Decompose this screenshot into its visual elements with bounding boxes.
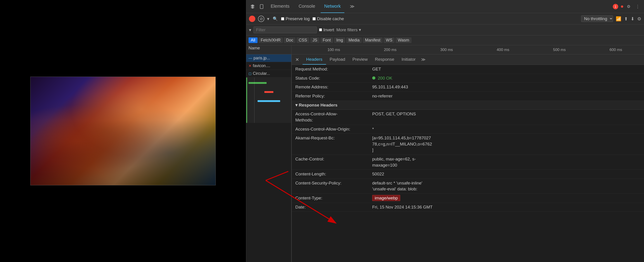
search-button[interactable]: 🔍 [272, 16, 278, 22]
time-300ms: 300 ms [440, 48, 453, 52]
file-icon-favicon: ✕ [248, 64, 252, 68]
headers-content: Request Method: GET Status Code: 200 OK … [292, 65, 644, 262]
more-tabs-button[interactable]: ≫ [419, 57, 427, 62]
record-button[interactable] [249, 16, 255, 22]
header-key-method: Request Method: [295, 66, 372, 72]
timeline-header: Name 100 ms 200 ms 300 ms 400 ms 500 ms … [246, 45, 644, 54]
filter-btn-media[interactable]: Media [346, 37, 362, 43]
header-value-access-allow-origin: * [372, 126, 640, 132]
timeline-bars [246, 77, 291, 123]
upload-icon[interactable]: ⬆ [624, 16, 628, 22]
wifi-icon[interactable]: 📶 [616, 16, 622, 22]
filter-btn-ws[interactable]: WS [384, 37, 394, 43]
headers-panel: ✕ Headers Payload Preview Response Initi… [292, 54, 644, 262]
list-item-circular[interactable]: ◻ Circular... [246, 70, 291, 77]
filter-type-row: All Fetch/XHR Doc CSS JS Font Img Media … [246, 35, 644, 45]
time-600ms: 600 ms [610, 48, 622, 52]
settings-icon[interactable]: ⚙ [625, 3, 632, 10]
header-row-remote-address: Remote Address: 95.101.114.49:443 [292, 83, 644, 92]
file-name-circular: Circular... [253, 71, 270, 76]
header-key-date: Date: [295, 204, 372, 210]
header-row-referrer-policy: Referrer Policy: no-referrer [292, 92, 644, 101]
filter-btn-js[interactable]: JS [310, 37, 320, 43]
devtools-panel: Elements Console Network ≫ 1 ⚙ ⋮ ⊘ ▾ 🔍 P… [246, 0, 644, 262]
header-row-cache-control: Cache-Control: public, max-age=62, s-max… [292, 155, 644, 170]
bar-paris [248, 82, 266, 84]
tab-response[interactable]: Response [371, 54, 398, 65]
error-badge: 1 [613, 4, 618, 9]
more-options-icon[interactable]: ⋮ [634, 3, 641, 10]
header-value-csp: default-src * 'unsafe-inline''unsafe-eva… [372, 180, 640, 192]
header-row-date: Date: Fri, 15 Nov 2024 14:15:36 GMT [292, 203, 644, 212]
list-item-paris[interactable]: — paris.jp... [246, 54, 291, 62]
filter-input[interactable] [254, 27, 317, 33]
network-toolbar: ⊘ ▾ 🔍 Preserve log Disable cache No thro… [246, 13, 644, 25]
disable-cache-checkbox[interactable] [312, 17, 316, 20]
clear-button[interactable]: ⊘ [258, 16, 264, 22]
filter-btn-css[interactable]: CSS [296, 37, 309, 43]
header-row-access-allow-methods: Access-Control-Allow-Methods: POST, GET,… [292, 110, 644, 125]
tab-initiator[interactable]: Initiator [398, 54, 419, 65]
filter-btn-font[interactable]: Font [320, 37, 333, 43]
header-key-access-allow-origin: Access-Control-Allow-Origin: [295, 126, 372, 132]
close-panel-button[interactable]: ✕ [293, 56, 301, 64]
header-row-csp: Content-Security-Policy: default-src * '… [292, 179, 644, 194]
tab-elements[interactable]: Elements [267, 0, 293, 13]
more-filters-button[interactable]: More filters ▾ [336, 27, 361, 32]
timeline-green-bar [246, 77, 247, 123]
header-value-date: Fri, 15 Nov 2024 14:15:36 GMT [372, 204, 640, 210]
tab-console[interactable]: Console [295, 0, 318, 13]
throttle-select[interactable]: No throttling Fast 3G Slow 3G [581, 16, 613, 22]
filter-btn-all[interactable]: All [248, 37, 258, 43]
preserve-log-label[interactable]: Preserve log [281, 16, 310, 21]
import-settings-icon[interactable]: ⚙ [637, 16, 641, 22]
device-toolbar-icon[interactable] [258, 3, 265, 10]
tab-network[interactable]: Network [321, 0, 344, 13]
time-400ms: 400 ms [497, 48, 510, 52]
header-key-cache-control: Cache-Control: [295, 156, 372, 162]
bar-favicon [264, 91, 274, 93]
response-headers-section: ▾ Response Headers [292, 101, 644, 110]
header-key-akamai-bc: Akamai-Request-Bc: [295, 135, 372, 141]
header-key-remote-address: Remote Address: [295, 84, 372, 90]
tab-more[interactable]: ≫ [346, 0, 358, 13]
content-type-highlighted: image/webp [372, 195, 400, 201]
header-value-content-length: 50022 [372, 171, 640, 177]
header-value-method: GET [372, 66, 640, 72]
tab-headers[interactable]: Headers [302, 54, 326, 65]
header-value-status: 200 OK [372, 75, 640, 81]
filter-btn-manifest[interactable]: Manifest [363, 37, 382, 43]
filter-btn-wasm[interactable]: Wasm [396, 37, 411, 43]
header-value-access-allow-methods: POST, GET, OPTIONS [372, 111, 640, 117]
filter-type-buttons: All Fetch/XHR Doc CSS JS Font Img Media … [248, 37, 412, 43]
content-area: — paris.jp... ✕ favicon.... ◻ Circular..… [246, 54, 644, 262]
headers-tabs: ✕ Headers Payload Preview Response Initi… [292, 54, 644, 65]
tab-preview[interactable]: Preview [349, 54, 372, 65]
filter-icon[interactable]: ▾ [267, 16, 269, 22]
filter-btn-img[interactable]: Img [334, 37, 345, 43]
header-key-referrer-policy: Referrer Policy: [295, 93, 372, 99]
download-icon[interactable]: ⬇ [631, 16, 634, 22]
invert-label[interactable]: Invert [319, 27, 334, 32]
filter-bar: ▾ Invert More filters ▾ [246, 25, 644, 35]
filter-btn-fetch[interactable]: Fetch/XHR [258, 37, 283, 43]
timeline-line-100 [254, 77, 254, 123]
header-key-content-length: Content-Length: [295, 171, 372, 177]
disable-cache-label[interactable]: Disable cache [312, 16, 344, 21]
bar-circular [258, 100, 280, 102]
list-item-favicon[interactable]: ✕ favicon.... [246, 62, 291, 70]
file-list: — paris.jp... ✕ favicon.... ◻ Circular..… [246, 54, 292, 262]
paris-image [30, 77, 216, 185]
time-200ms: 200 ms [384, 48, 396, 52]
header-row-access-allow-origin: Access-Control-Allow-Origin: * [292, 125, 644, 134]
tab-payload[interactable]: Payload [326, 54, 349, 65]
header-value-content-type: image/webp [372, 195, 640, 201]
filter-btn-doc[interactable]: Doc [284, 37, 296, 43]
file-name-favicon: favicon.... [253, 63, 270, 68]
invert-checkbox[interactable] [319, 28, 322, 31]
header-row-akamai-bc: Akamai-Request-Bc: [a=95.101.114.45,b=17… [292, 134, 644, 155]
header-key-status: Status Code: [295, 75, 372, 81]
file-icon-circular: ◻ [248, 71, 252, 76]
preserve-log-checkbox[interactable] [281, 17, 284, 20]
inspect-element-icon[interactable] [249, 3, 256, 10]
